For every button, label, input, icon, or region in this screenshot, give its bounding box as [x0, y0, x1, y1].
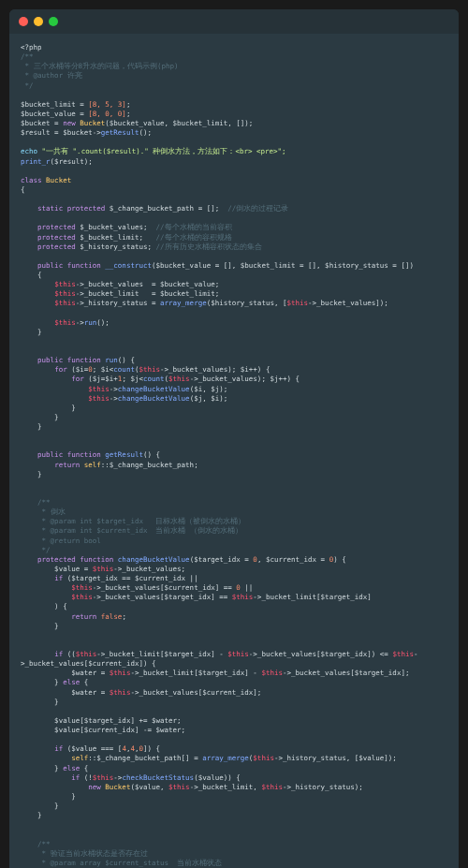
- code-window: <?php /** * 三个水桶等分8升水的问题，代码示例(php) * @au…: [9, 9, 459, 868]
- code-content: <?php /** * 三个水桶等分8升水的问题，代码示例(php) * @au…: [9, 34, 459, 868]
- close-icon: [19, 17, 28, 26]
- minimize-icon: [34, 17, 43, 26]
- maximize-icon: [49, 17, 58, 26]
- titlebar: [9, 9, 459, 34]
